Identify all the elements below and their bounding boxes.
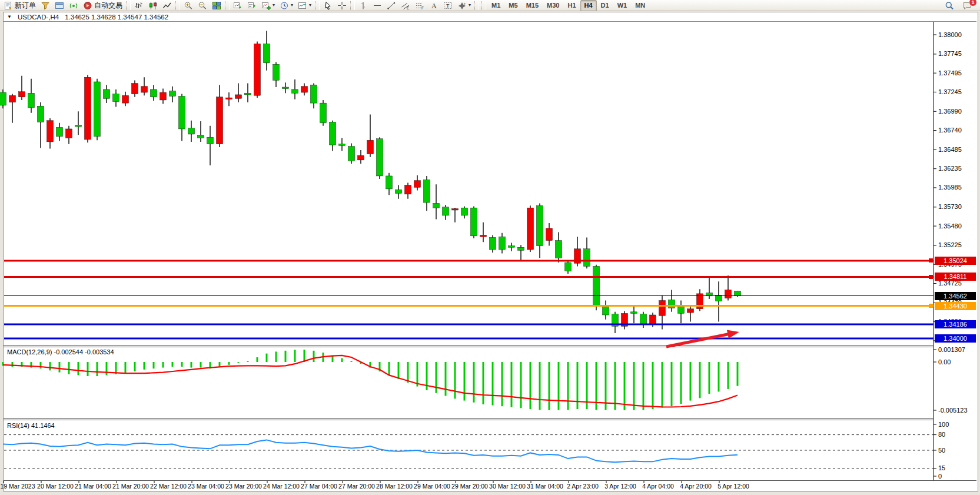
time-axis-label: 3 Apr 12:00 [604,483,636,490]
time-axis-label: 22 Mar 12:00 [150,483,187,490]
mt4-application: 新订单自动交易▾▾▾EFAT▾M1M5M15M30H1H4D1W1MN1 ▼ U… [0,0,980,495]
line-chart-button[interactable] [160,0,174,11]
rsi-axis-tick: 0 [938,473,942,480]
period-button[interactable]: ▾ [277,0,295,11]
clock-icon [280,1,289,10]
price-axis-tick: 1.36740 [938,127,962,134]
crosshair-button[interactable] [335,0,349,11]
text-label-button[interactable]: T [441,0,455,11]
linechart-icon [162,1,172,10]
level-price-badge: 1.35024 [935,257,976,265]
trend-arrow-head[interactable] [727,330,739,339]
hline-icon [373,1,382,10]
toolbar-separator [175,1,180,10]
dropdown-caret-icon[interactable]: ▾ [273,3,275,8]
time-axis-label: 31 Mar 04:00 [527,483,563,490]
zoom-out-button[interactable] [195,0,210,11]
channel-button[interactable]: E [398,0,413,11]
level-price-badge: 1.34000 [935,334,976,343]
dropdown-caret-icon[interactable]: ▾ [291,3,293,8]
time-axis-label: 24 Mar 12:00 [263,483,300,490]
timeframe-w1-button[interactable]: W1 [613,0,632,11]
rsi-axis-tick: 100 [938,421,949,428]
trendline-button[interactable] [384,0,398,11]
timeframe-h4-button[interactable]: H4 [580,0,597,11]
price-axis-tick: 1.36235 [938,165,962,172]
arrange-up-icon [233,1,242,10]
arrange-charts-button[interactable] [231,0,245,11]
price-axis-tick: 1.37495 [938,69,962,77]
search-button[interactable] [942,0,956,11]
tile-windows-button[interactable] [210,0,224,11]
candlestick-chart-button[interactable] [146,0,160,11]
rsi-axis-tick: 80 [938,431,945,438]
price-axis-tick: 1.35730 [938,203,962,210]
fibonacci-button[interactable]: F [413,0,427,11]
trend-arrow-annotation[interactable] [666,334,729,347]
bars-icon [134,1,144,10]
funnel-icon [41,1,50,10]
toolbar-separator [474,1,479,10]
toolbar-separator [315,1,320,10]
zoom-out-icon [198,1,207,10]
price-axis-tick: 1.36990 [938,108,962,115]
market-watch-button[interactable] [38,0,52,11]
timeframe-m1-button[interactable]: M1 [487,0,504,11]
zoom-in-button[interactable] [181,0,195,11]
vertical-line-button[interactable] [356,0,370,11]
shapes-button[interactable]: ▾ [455,0,473,11]
time-axis-label: 4 Apr 04:00 [642,483,674,490]
text-button[interactable]: A [427,0,441,11]
candlestick-series [0,31,741,333]
time-axis-label: 28 Mar 12:00 [376,483,413,490]
rsi-indicator-label: RSI(14) 41.1464 [7,422,55,429]
cursor-button[interactable] [321,0,335,11]
timeframe-d1-button[interactable]: D1 [597,0,613,11]
toolbar-separator [350,1,355,10]
bar-chart-button[interactable] [132,0,146,11]
level-price-badge: 1.34811 [935,273,976,281]
dropdown-caret-icon[interactable]: ▾ [309,3,311,8]
timeframe-h1-button[interactable]: H1 [563,0,580,11]
indicator-add-icon [261,1,271,10]
arrange-shift-icon [247,1,257,10]
crosshair-icon [337,1,347,10]
svg-text:T: T [446,3,450,9]
time-axis-label: 30 Mar 12:00 [489,483,526,490]
toolbar-separator [481,1,486,10]
notification-count-badge: 1 [969,0,977,6]
macd-axis-tick: 0.00 [938,358,951,366]
new-order-button[interactable]: 新订单 [1,0,38,11]
candles-icon [148,1,158,10]
zoom-in-icon [184,1,193,10]
notifications-button[interactable]: 1 [960,0,974,11]
time-axis-label: 23 Mar 04:00 [188,483,224,490]
timeframe-mn-button[interactable]: MN [631,0,649,11]
templates-button[interactable]: ▾ [295,0,314,11]
price-axis-tick: 1.37745 [938,50,962,57]
data-window-button[interactable] [52,0,67,11]
timeframe-m5-button[interactable]: M5 [504,0,521,11]
horizontal-line-button[interactable] [370,0,384,11]
chart-title-bar: ▼ USDCAD-,H4 1.34625 1.34628 1.34547 1.3… [4,12,976,22]
time-axis-label: 2 Apr 23:00 [567,483,599,490]
timeframe-m30-button[interactable]: M30 [543,0,563,11]
level-connector [929,304,933,308]
current-price-badge: 1.34562 [935,292,976,300]
time-axis-label: 29 Mar 04:00 [414,483,450,490]
indicators-button[interactable]: ▾ [259,0,277,11]
chart-plot [0,0,980,495]
chart-dropdown-icon[interactable]: ▼ [7,14,12,19]
toolbar-separator [126,1,131,10]
price-axis-tick: 1.36485 [938,146,962,153]
tile-icon [212,1,221,10]
price-axis-tick: 1.35225 [938,241,962,248]
signals-button[interactable] [67,0,81,11]
timeframe-m15-button[interactable]: M15 [522,0,543,11]
autotrade-icon [83,1,92,10]
time-axis-label: 29 Mar 20:00 [451,483,488,490]
auto-trading-button[interactable]: 自动交易 [81,0,125,11]
new-order-button-label: 新订单 [15,1,36,11]
shift-chart-button[interactable] [245,0,259,11]
dropdown-caret-icon[interactable]: ▾ [469,3,471,8]
